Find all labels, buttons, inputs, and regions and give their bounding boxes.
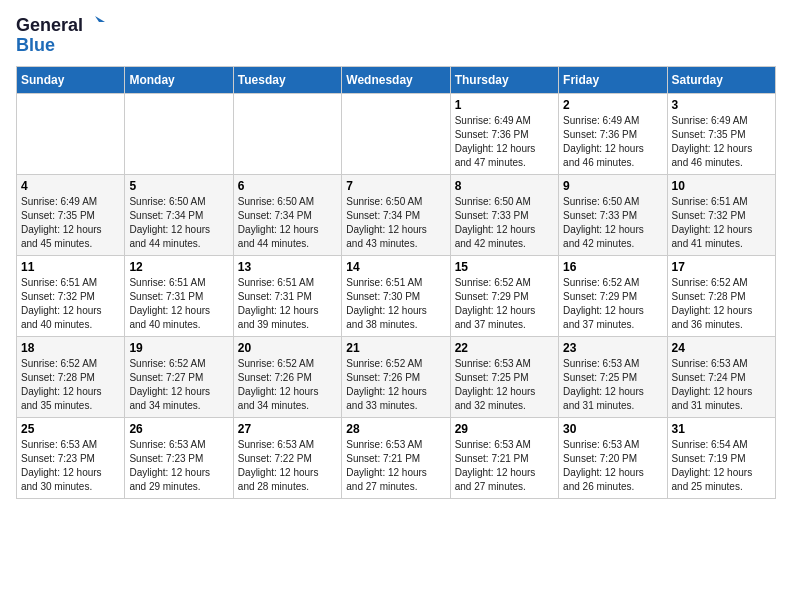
day-info: Sunrise: 6:52 AM Sunset: 7:29 PM Dayligh… (563, 276, 662, 332)
calendar-cell: 28Sunrise: 6:53 AM Sunset: 7:21 PM Dayli… (342, 417, 450, 498)
calendar-cell: 31Sunrise: 6:54 AM Sunset: 7:19 PM Dayli… (667, 417, 775, 498)
day-number: 1 (455, 98, 554, 112)
day-number: 5 (129, 179, 228, 193)
day-number: 14 (346, 260, 445, 274)
logo: General Blue (16, 16, 105, 56)
logo-bird-icon (85, 14, 105, 34)
day-info: Sunrise: 6:53 AM Sunset: 7:20 PM Dayligh… (563, 438, 662, 494)
calendar-cell: 25Sunrise: 6:53 AM Sunset: 7:23 PM Dayli… (17, 417, 125, 498)
svg-marker-0 (95, 16, 105, 22)
calendar-cell: 8Sunrise: 6:50 AM Sunset: 7:33 PM Daylig… (450, 174, 558, 255)
day-number: 18 (21, 341, 120, 355)
day-number: 25 (21, 422, 120, 436)
calendar-cell: 15Sunrise: 6:52 AM Sunset: 7:29 PM Dayli… (450, 255, 558, 336)
day-info: Sunrise: 6:50 AM Sunset: 7:34 PM Dayligh… (238, 195, 337, 251)
day-info: Sunrise: 6:49 AM Sunset: 7:35 PM Dayligh… (21, 195, 120, 251)
logo-text: General Blue (16, 16, 105, 56)
day-number: 11 (21, 260, 120, 274)
day-number: 23 (563, 341, 662, 355)
calendar-cell: 2Sunrise: 6:49 AM Sunset: 7:36 PM Daylig… (559, 93, 667, 174)
day-info: Sunrise: 6:53 AM Sunset: 7:22 PM Dayligh… (238, 438, 337, 494)
day-info: Sunrise: 6:51 AM Sunset: 7:32 PM Dayligh… (21, 276, 120, 332)
calendar-body: 1Sunrise: 6:49 AM Sunset: 7:36 PM Daylig… (17, 93, 776, 498)
day-number: 13 (238, 260, 337, 274)
day-info: Sunrise: 6:53 AM Sunset: 7:23 PM Dayligh… (129, 438, 228, 494)
day-header-friday: Friday (559, 66, 667, 93)
day-number: 10 (672, 179, 771, 193)
calendar-cell: 21Sunrise: 6:52 AM Sunset: 7:26 PM Dayli… (342, 336, 450, 417)
calendar-cell: 16Sunrise: 6:52 AM Sunset: 7:29 PM Dayli… (559, 255, 667, 336)
calendar-cell (233, 93, 341, 174)
day-info: Sunrise: 6:53 AM Sunset: 7:25 PM Dayligh… (455, 357, 554, 413)
day-number: 19 (129, 341, 228, 355)
calendar-cell: 26Sunrise: 6:53 AM Sunset: 7:23 PM Dayli… (125, 417, 233, 498)
day-info: Sunrise: 6:51 AM Sunset: 7:31 PM Dayligh… (129, 276, 228, 332)
day-header-tuesday: Tuesday (233, 66, 341, 93)
week-row-4: 18Sunrise: 6:52 AM Sunset: 7:28 PM Dayli… (17, 336, 776, 417)
week-row-5: 25Sunrise: 6:53 AM Sunset: 7:23 PM Dayli… (17, 417, 776, 498)
calendar-cell: 12Sunrise: 6:51 AM Sunset: 7:31 PM Dayli… (125, 255, 233, 336)
day-info: Sunrise: 6:50 AM Sunset: 7:33 PM Dayligh… (563, 195, 662, 251)
day-number: 8 (455, 179, 554, 193)
day-info: Sunrise: 6:52 AM Sunset: 7:29 PM Dayligh… (455, 276, 554, 332)
day-header-monday: Monday (125, 66, 233, 93)
day-number: 9 (563, 179, 662, 193)
calendar-cell: 7Sunrise: 6:50 AM Sunset: 7:34 PM Daylig… (342, 174, 450, 255)
day-number: 7 (346, 179, 445, 193)
day-info: Sunrise: 6:49 AM Sunset: 7:36 PM Dayligh… (563, 114, 662, 170)
day-info: Sunrise: 6:52 AM Sunset: 7:26 PM Dayligh… (346, 357, 445, 413)
calendar-cell: 1Sunrise: 6:49 AM Sunset: 7:36 PM Daylig… (450, 93, 558, 174)
calendar-cell: 19Sunrise: 6:52 AM Sunset: 7:27 PM Dayli… (125, 336, 233, 417)
day-info: Sunrise: 6:50 AM Sunset: 7:34 PM Dayligh… (129, 195, 228, 251)
day-info: Sunrise: 6:52 AM Sunset: 7:27 PM Dayligh… (129, 357, 228, 413)
day-number: 15 (455, 260, 554, 274)
day-info: Sunrise: 6:50 AM Sunset: 7:33 PM Dayligh… (455, 195, 554, 251)
calendar-cell: 29Sunrise: 6:53 AM Sunset: 7:21 PM Dayli… (450, 417, 558, 498)
calendar-table: SundayMondayTuesdayWednesdayThursdayFrid… (16, 66, 776, 499)
day-number: 16 (563, 260, 662, 274)
day-info: Sunrise: 6:53 AM Sunset: 7:23 PM Dayligh… (21, 438, 120, 494)
week-row-1: 1Sunrise: 6:49 AM Sunset: 7:36 PM Daylig… (17, 93, 776, 174)
calendar-cell: 17Sunrise: 6:52 AM Sunset: 7:28 PM Dayli… (667, 255, 775, 336)
day-number: 2 (563, 98, 662, 112)
calendar-cell: 18Sunrise: 6:52 AM Sunset: 7:28 PM Dayli… (17, 336, 125, 417)
day-info: Sunrise: 6:53 AM Sunset: 7:25 PM Dayligh… (563, 357, 662, 413)
day-header-thursday: Thursday (450, 66, 558, 93)
day-info: Sunrise: 6:49 AM Sunset: 7:35 PM Dayligh… (672, 114, 771, 170)
calendar-cell: 30Sunrise: 6:53 AM Sunset: 7:20 PM Dayli… (559, 417, 667, 498)
calendar-cell: 23Sunrise: 6:53 AM Sunset: 7:25 PM Dayli… (559, 336, 667, 417)
day-number: 29 (455, 422, 554, 436)
day-info: Sunrise: 6:53 AM Sunset: 7:21 PM Dayligh… (346, 438, 445, 494)
calendar-cell: 27Sunrise: 6:53 AM Sunset: 7:22 PM Dayli… (233, 417, 341, 498)
day-number: 31 (672, 422, 771, 436)
calendar-cell: 11Sunrise: 6:51 AM Sunset: 7:32 PM Dayli… (17, 255, 125, 336)
calendar-header: SundayMondayTuesdayWednesdayThursdayFrid… (17, 66, 776, 93)
day-header-saturday: Saturday (667, 66, 775, 93)
day-number: 4 (21, 179, 120, 193)
day-number: 20 (238, 341, 337, 355)
week-row-2: 4Sunrise: 6:49 AM Sunset: 7:35 PM Daylig… (17, 174, 776, 255)
calendar-cell: 10Sunrise: 6:51 AM Sunset: 7:32 PM Dayli… (667, 174, 775, 255)
day-number: 12 (129, 260, 228, 274)
day-info: Sunrise: 6:51 AM Sunset: 7:30 PM Dayligh… (346, 276, 445, 332)
calendar-cell: 5Sunrise: 6:50 AM Sunset: 7:34 PM Daylig… (125, 174, 233, 255)
day-number: 30 (563, 422, 662, 436)
calendar-cell: 13Sunrise: 6:51 AM Sunset: 7:31 PM Dayli… (233, 255, 341, 336)
calendar-cell (17, 93, 125, 174)
calendar-cell: 14Sunrise: 6:51 AM Sunset: 7:30 PM Dayli… (342, 255, 450, 336)
day-number: 6 (238, 179, 337, 193)
day-number: 17 (672, 260, 771, 274)
day-info: Sunrise: 6:54 AM Sunset: 7:19 PM Dayligh… (672, 438, 771, 494)
calendar-cell: 24Sunrise: 6:53 AM Sunset: 7:24 PM Dayli… (667, 336, 775, 417)
day-info: Sunrise: 6:52 AM Sunset: 7:28 PM Dayligh… (21, 357, 120, 413)
day-number: 24 (672, 341, 771, 355)
week-row-3: 11Sunrise: 6:51 AM Sunset: 7:32 PM Dayli… (17, 255, 776, 336)
day-number: 28 (346, 422, 445, 436)
day-number: 27 (238, 422, 337, 436)
calendar-cell (125, 93, 233, 174)
day-header-wednesday: Wednesday (342, 66, 450, 93)
day-info: Sunrise: 6:50 AM Sunset: 7:34 PM Dayligh… (346, 195, 445, 251)
day-number: 21 (346, 341, 445, 355)
day-info: Sunrise: 6:53 AM Sunset: 7:21 PM Dayligh… (455, 438, 554, 494)
calendar-cell: 22Sunrise: 6:53 AM Sunset: 7:25 PM Dayli… (450, 336, 558, 417)
